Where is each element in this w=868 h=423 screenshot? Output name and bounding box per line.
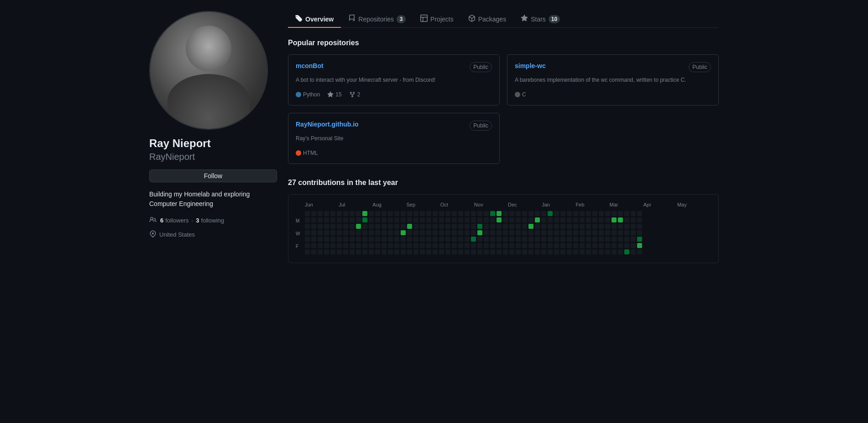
day-cell-22-5 xyxy=(445,243,450,248)
day-cell-44-4 xyxy=(586,237,591,242)
day-cell-10-1 xyxy=(369,217,374,222)
week-16 xyxy=(407,211,412,254)
day-cell-21-1 xyxy=(439,217,444,222)
day-cell-32-5 xyxy=(509,243,514,248)
month-dec: Dec xyxy=(508,202,542,207)
following-link[interactable]: 3 xyxy=(196,217,199,224)
day-cell-0-4 xyxy=(305,237,310,242)
day-cell-0-2 xyxy=(305,224,310,229)
day-cell-6-6 xyxy=(343,249,348,254)
week-21 xyxy=(439,211,444,254)
repo-name-githubio[interactable]: RayNieport.github.io xyxy=(296,121,359,128)
week-29 xyxy=(490,211,495,254)
tab-stars[interactable]: Stars 10 xyxy=(513,11,567,28)
day-cell-4-6 xyxy=(330,249,335,254)
day-cell-15-2 xyxy=(401,224,406,229)
repo-card-githubio[interactable]: RayNieport.github.io Public Ray's Person… xyxy=(288,113,500,164)
day-cell-48-5 xyxy=(612,243,617,248)
day-cell-11-1 xyxy=(375,217,380,222)
repo-name-mconbot[interactable]: mconBot xyxy=(296,62,324,69)
repo-card-mconbot[interactable]: mconBot Public A bot to interact with yo… xyxy=(288,54,500,106)
overview-icon xyxy=(295,15,303,23)
main-content: Overview Repositories 3 Projects xyxy=(288,11,719,263)
day-cell-35-2 xyxy=(528,224,533,229)
day-cell-28-1 xyxy=(484,217,489,222)
day-cell-22-6 xyxy=(445,249,450,254)
day-cell-6-4 xyxy=(343,237,348,242)
month-jul: Jul xyxy=(339,202,372,207)
day-cell-49-2 xyxy=(618,224,623,229)
day-cell-22-1 xyxy=(445,217,450,222)
repo-stars-mconbot: 15 xyxy=(327,91,341,98)
day-cell-21-0 xyxy=(439,211,444,216)
star-count-mconbot: 15 xyxy=(335,91,341,98)
day-cell-50-0 xyxy=(624,211,629,216)
day-cell-22-0 xyxy=(445,211,450,216)
day-cell-24-0 xyxy=(458,211,463,216)
day-cell-35-3 xyxy=(528,230,533,235)
day-cell-13-1 xyxy=(388,217,393,222)
day-cell-39-1 xyxy=(554,217,559,222)
day-cell-52-4 xyxy=(637,237,642,242)
day-cell-9-3 xyxy=(362,230,367,235)
day-cell-50-5 xyxy=(624,243,629,248)
repo-card-simplewc[interactable]: simple-wc Public A barebones implementat… xyxy=(507,54,719,106)
week-38 xyxy=(548,211,553,254)
day-cell-41-2 xyxy=(567,224,572,229)
day-cell-28-4 xyxy=(484,237,489,242)
followers-link[interactable]: 6 xyxy=(160,217,163,224)
day-cell-35-6 xyxy=(528,249,533,254)
day-cell-50-1 xyxy=(624,217,629,222)
day-cell-12-5 xyxy=(382,243,387,248)
day-cell-48-4 xyxy=(612,237,617,242)
week-0 xyxy=(305,211,310,254)
day-cell-18-3 xyxy=(420,230,425,235)
day-cell-32-6 xyxy=(509,249,514,254)
day-cell-3-0 xyxy=(324,211,329,216)
day-cell-27-3 xyxy=(477,230,482,235)
day-cell-38-6 xyxy=(548,249,553,254)
week-15 xyxy=(401,211,406,254)
day-cell-2-6 xyxy=(318,249,323,254)
day-cell-1-3 xyxy=(311,230,316,235)
day-cell-1-0 xyxy=(311,211,316,216)
day-cell-37-3 xyxy=(541,230,546,235)
day-cell-41-4 xyxy=(567,237,572,242)
repo-meta-simplewc: C xyxy=(515,91,711,98)
day-cell-33-1 xyxy=(516,217,521,222)
day-cell-41-5 xyxy=(567,243,572,248)
day-cell-33-0 xyxy=(516,211,521,216)
follow-button[interactable]: Follow xyxy=(149,169,277,182)
week-35 xyxy=(528,211,533,254)
tab-repositories[interactable]: Repositories 3 xyxy=(341,11,413,28)
day-cell-44-2 xyxy=(586,224,591,229)
day-cell-51-2 xyxy=(631,224,636,229)
lang-dot-mconbot xyxy=(296,92,301,97)
day-cell-24-3 xyxy=(458,230,463,235)
day-cell-15-5 xyxy=(401,243,406,248)
day-cell-52-2 xyxy=(637,224,642,229)
day-cell-9-4 xyxy=(362,237,367,242)
tab-overview[interactable]: Overview xyxy=(288,11,341,28)
tab-projects[interactable]: Projects xyxy=(413,11,461,28)
day-cell-30-5 xyxy=(497,243,502,248)
day-cell-23-5 xyxy=(452,243,457,248)
day-cell-0-0 xyxy=(305,211,310,216)
day-cell-17-4 xyxy=(413,237,418,242)
day-cell-4-5 xyxy=(330,243,335,248)
tab-packages[interactable]: Packages xyxy=(461,11,513,28)
day-cell-50-4 xyxy=(624,237,629,242)
day-cell-21-5 xyxy=(439,243,444,248)
week-10 xyxy=(369,211,374,254)
day-cell-47-1 xyxy=(605,217,610,222)
day-cell-36-0 xyxy=(535,211,540,216)
week-48 xyxy=(612,211,617,254)
day-cell-34-4 xyxy=(522,237,527,242)
location-icon xyxy=(149,230,157,239)
day-cell-32-3 xyxy=(509,230,514,235)
repo-name-simplewc[interactable]: simple-wc xyxy=(515,62,546,69)
week-1 xyxy=(311,211,316,254)
day-cell-20-0 xyxy=(433,211,438,216)
day-cell-36-6 xyxy=(535,249,540,254)
week-32 xyxy=(509,211,514,254)
